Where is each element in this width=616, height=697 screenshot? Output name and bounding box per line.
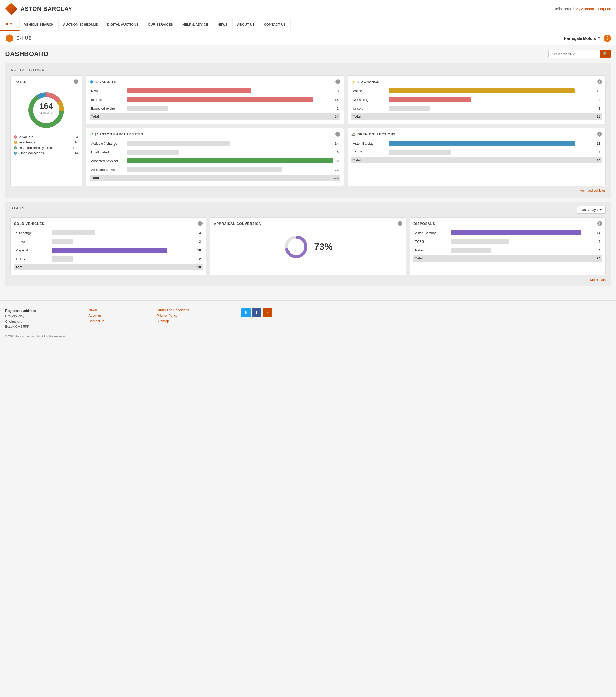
donut-legend: e-Valuate 24 e-Xchange 16: [14, 134, 78, 156]
stat-value-alloc-physical: 60: [333, 159, 339, 163]
stat-row-notselling: Not selling 4: [351, 96, 602, 103]
search-input[interactable]: [549, 50, 600, 58]
nav-help-advice[interactable]: HELP & ADVICE: [178, 18, 213, 31]
stat-label-aston-barclay-oc: Aston Barclay: [353, 142, 389, 146]
stat-value-disp-aston: 14: [595, 231, 600, 235]
nav-our-services[interactable]: OUR SERVICES: [143, 18, 178, 31]
legend-label-open: Open collections: [19, 151, 44, 155]
footer-link-sitemap[interactable]: Sitemap: [157, 319, 189, 323]
total-card-title: TOTAL: [14, 80, 26, 84]
stat-row-sv-elive: e-Live 2: [14, 238, 203, 245]
nav-vehicle-search[interactable]: VEHICLE SEARCH: [19, 18, 59, 31]
nav-news[interactable]: NEWS: [213, 18, 233, 31]
total-value-exchange: 16: [595, 115, 600, 118]
dealer-selector[interactable]: Harrogate Motors ▼: [564, 36, 601, 41]
disposals-info-icon[interactable]: i: [597, 221, 602, 226]
stat-bar-willsell: [389, 88, 575, 93]
aston-sites-info-icon[interactable]: i: [336, 132, 340, 136]
aston-sites-icon: 🛡: [90, 132, 93, 136]
evaluate-info-icon[interactable]: i: [336, 79, 340, 84]
stat-value-new: 8: [333, 89, 339, 93]
stat-label-disp-retail: Retail: [415, 248, 451, 252]
stat-bar-new: [127, 88, 251, 93]
total-card: TOTAL i: [10, 75, 82, 186]
nav-home[interactable]: HOME: [0, 18, 19, 31]
stat-bar-sv-exch: [52, 230, 95, 235]
dashboard-header: DASHBOARD 🔍: [0, 45, 616, 61]
sold-vehicles-rows: e-Xchange 4 e-Live 2 Physi: [14, 229, 203, 270]
stat-bar-sv-physical: [52, 248, 167, 253]
stat-value-alloc-elive: 22: [333, 168, 339, 172]
total-label-disp: Total: [415, 256, 451, 260]
legend-item-evaluate: e-Valuate 24: [14, 134, 78, 139]
stat-label-sv-elive: e-Live: [16, 240, 52, 243]
stat-row-instock: In stock 14: [90, 96, 340, 103]
stat-row-tcbg-oc: TCBG 3: [351, 148, 602, 156]
exchange-card: ⚡ E-XCHANGE i Will sell 10: [348, 75, 606, 124]
nav-auction-schedule[interactable]: AUCTION SCHEDULE: [59, 18, 102, 31]
footer-link-news[interactable]: News: [88, 308, 104, 312]
stat-row-sv-physical: Physical 10: [14, 246, 203, 254]
legend-item-aston: @ Aston Barclay sites 102: [14, 145, 78, 150]
exchange-rows: Will sell 10 Not selling: [351, 87, 602, 120]
ehub-label: E-HUB: [16, 36, 32, 41]
stats-filter-select[interactable]: Last 7 days ▼: [577, 206, 606, 213]
appraisal-info-icon[interactable]: i: [398, 221, 402, 226]
exchange-card-title: ⚡ E-XCHANGE: [351, 80, 380, 84]
truck-icon: 🚛: [351, 132, 356, 136]
stat-value-unsold: 2: [595, 106, 600, 110]
footer-link-about[interactable]: About us: [88, 314, 104, 317]
page-title: DASHBOARD: [5, 50, 48, 58]
appraisal-donut: [283, 234, 309, 260]
archived-vehicles-link[interactable]: Archived vehicles: [580, 189, 606, 192]
stat-value-sv-tcbg: 2: [196, 257, 201, 261]
stat-bar-aston-barclay-oc: [389, 141, 575, 146]
logo-text: ASTON BARCLAY: [20, 6, 72, 12]
log-out-link[interactable]: Log Out: [598, 7, 611, 11]
search-button[interactable]: 🔍: [600, 50, 611, 58]
footer-link-terms[interactable]: Terms and Conditions: [157, 308, 189, 312]
appraisal-percentage: 73%: [314, 241, 333, 252]
help-button[interactable]: ?: [604, 35, 611, 42]
legend-count-exchange: 16: [75, 140, 78, 144]
legend-label-evaluate: e-Valuate: [19, 135, 33, 139]
stat-value-unallocated: 6: [333, 150, 339, 154]
footer: Registered address Drovers Way Chelmsfor…: [0, 300, 616, 343]
stat-row-aston-barclay-oc: Aston Barclay 11: [351, 139, 602, 147]
stat-label-disp-aston: Aston Barclay: [415, 231, 451, 235]
open-collections-info-icon[interactable]: i: [597, 132, 602, 136]
sold-vehicles-card: SOLD VEHICLES i e-Xchange 4 e-Live: [10, 217, 206, 275]
top-header: ASTON BARCLAY Hello Peter / My Account /…: [0, 0, 616, 18]
nav-digital-auctions[interactable]: DIGITAL AUCTIONS: [102, 18, 143, 31]
stat-bar-alloc-physical: [127, 158, 333, 163]
twitter-button[interactable]: 𝕏: [241, 308, 250, 317]
sold-vehicles-info-icon[interactable]: i: [198, 221, 203, 226]
stat-bar-sv-tcbg: [52, 256, 73, 262]
stat-value-sv-exch: 4: [196, 231, 201, 235]
total-label-exchange: Total: [353, 115, 389, 118]
total-value-evaluate: 24: [333, 115, 339, 118]
stat-label-sv-physical: Physical: [16, 248, 52, 252]
facebook-button[interactable]: f: [252, 308, 261, 317]
open-collections-card-title: 🚛 OPEN COLLECTIONS: [351, 132, 396, 136]
legend-dot-evaluate: [14, 135, 17, 138]
stat-bar-active-exchange: [127, 141, 230, 146]
footer-link-privacy[interactable]: Privacy Policy: [157, 314, 189, 317]
exchange-info-icon[interactable]: i: [597, 79, 602, 84]
active-stock-cards-row: TOTAL i: [10, 75, 606, 186]
total-info-icon[interactable]: i: [74, 79, 78, 84]
open-collections-card: 🚛 OPEN COLLECTIONS i Aston Barclay: [348, 128, 606, 186]
footer-link-contact[interactable]: Contact us: [88, 319, 104, 323]
stat-row-new: New 8: [90, 87, 340, 95]
main-nav: HOME VEHICLE SEARCH AUCTION SCHEDULE DIG…: [0, 18, 616, 31]
legend-label-aston: @ Aston Barclay sites: [19, 146, 52, 150]
scroll-top-button[interactable]: ∧: [263, 308, 272, 317]
stat-value-aston-barclay-oc: 11: [595, 142, 600, 146]
stat-value-expire: 2: [333, 106, 339, 110]
nav-contact-us[interactable]: CONTACT US: [260, 18, 291, 31]
stat-label-instock: In stock: [91, 98, 127, 102]
nav-about-us[interactable]: ABOUT US: [233, 18, 260, 31]
my-account-link[interactable]: My Account: [575, 7, 594, 11]
more-stats-link[interactable]: More stats: [590, 278, 606, 282]
stat-bar-tcbg-oc: [389, 150, 451, 155]
